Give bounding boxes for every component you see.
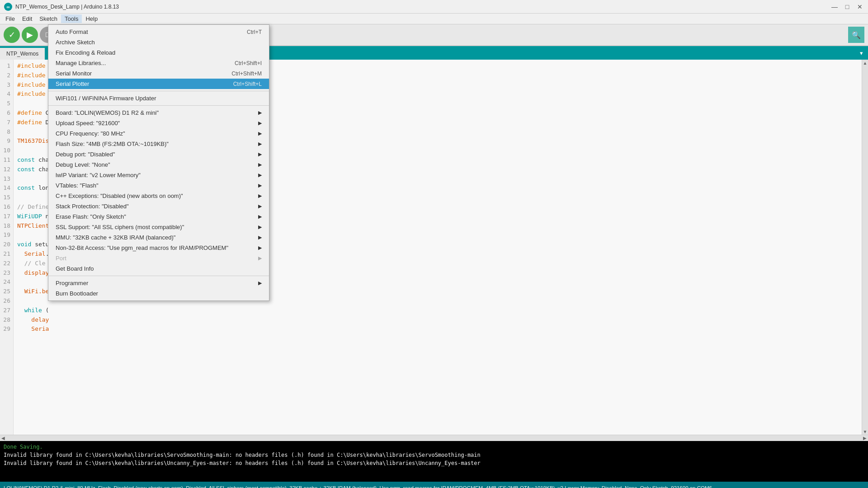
scroll-up-arrow[interactable]: ▲: [862, 60, 868, 66]
stack-protection-label: Stack Protection: "Disabled": [56, 203, 129, 210]
menu-programmer[interactable]: Programmer ▶: [48, 278, 269, 288]
tools-dropdown-menu: Auto Format Ctrl+T Archive Sketch Fix En…: [48, 24, 269, 301]
wifi-updater-label: WiFi101 / WiFiNINA Firmware Updater: [56, 95, 156, 102]
line-num: 17: [2, 212, 10, 221]
menu-flash-size[interactable]: Flash Size: "4MB (FS:2MB OTA:~1019KB)" ▶: [48, 139, 269, 149]
menu-burn-bootloader[interactable]: Burn Bootloader: [48, 288, 269, 299]
manage-libraries-label: Manage Libraries...: [56, 60, 106, 66]
line-num: 6: [2, 108, 10, 118]
line-num: 29: [2, 324, 10, 334]
menu-manage-libraries[interactable]: Manage Libraries... Ctrl+Shift+I: [48, 58, 269, 68]
search-button[interactable]: 🔍: [848, 27, 864, 43]
h-scroll-track[interactable]: [6, 435, 862, 441]
arrow-icon: ▶: [255, 151, 262, 157]
menu-debug-port[interactable]: Debug port: "Disabled" ▶: [48, 149, 269, 160]
arrow-icon: ▶: [255, 193, 262, 199]
menu-get-board-info[interactable]: Get Board Info: [48, 263, 269, 274]
line-num: 25: [2, 287, 10, 296]
line-num: 8: [2, 127, 10, 137]
separator-2: [48, 105, 269, 106]
tab-label: NTP_Wemos: [6, 51, 38, 57]
menu-vtables[interactable]: VTables: "Flash" ▶: [48, 180, 269, 191]
arrow-icon: ▶: [255, 245, 262, 251]
menu-edit[interactable]: Edit: [19, 14, 36, 23]
minimize-button[interactable]: —: [830, 2, 839, 11]
line-num: 11: [2, 155, 10, 165]
arrow-icon: ▶: [255, 224, 262, 230]
menu-lwip-variant[interactable]: lwIP Variant: "v2 Lower Memory" ▶: [48, 170, 269, 180]
tab-dropdown[interactable]: ▾: [854, 46, 868, 60]
board-label: Board: "LOLIN(WEMOS) D1 R2 & mini": [56, 109, 159, 116]
scroll-right-arrow[interactable]: ▶: [862, 435, 868, 441]
menu-serial-plotter[interactable]: Serial Plotter Ctrl+Shift+L: [48, 79, 269, 89]
line-num: 27: [2, 306, 10, 315]
menu-upload-speed[interactable]: Upload Speed: "921600" ▶: [48, 118, 269, 128]
line-num: 20: [2, 240, 10, 249]
line-num: 26: [2, 296, 10, 306]
app-icon: ∞: [4, 2, 13, 11]
menu-tools[interactable]: Tools: [61, 14, 82, 23]
erase-flash-label: Erase Flash: "Only Sketch": [56, 213, 126, 220]
lwip-variant-label: lwIP Variant: "v2 Lower Memory": [56, 172, 141, 178]
arrow-icon: ▶: [255, 255, 262, 261]
vtables-label: VTables: "Flash": [56, 182, 99, 189]
scroll-track[interactable]: [862, 66, 868, 428]
menu-board[interactable]: Board: "LOLIN(WEMOS) D1 R2 & mini" ▶: [48, 108, 269, 118]
menu-non32-bit[interactable]: Non-32-Bit Access: "Use pgm_read macros …: [48, 243, 269, 253]
arrow-icon: ▶: [255, 235, 262, 240]
menu-ssl-support[interactable]: SSL Support: "All SSL ciphers (most comp…: [48, 222, 269, 232]
horizontal-scrollbar[interactable]: ◀ ▶: [0, 435, 868, 441]
menu-file[interactable]: File: [2, 14, 19, 23]
auto-format-shortcut: Ctrl+T: [229, 29, 262, 35]
non32-bit-label: Non-32-Bit Access: "Use pgm_read macros …: [56, 244, 228, 251]
menu-erase-flash[interactable]: Erase Flash: "Only Sketch" ▶: [48, 211, 269, 222]
menu-cpp-exceptions[interactable]: C++ Exceptions: "Disabled (new aborts on…: [48, 191, 269, 201]
chevron-down-icon: ▾: [860, 50, 863, 56]
mmu-label: MMU: "32KB cache + 32KB IRAM (balanced)": [56, 234, 175, 241]
get-board-info-label: Get Board Info: [56, 265, 94, 272]
archive-sketch-label: Archive Sketch: [56, 39, 95, 46]
vertical-scrollbar[interactable]: ▲ ▼: [862, 60, 868, 435]
code-line-27: while (: [17, 306, 858, 315]
cpp-exceptions-label: C++ Exceptions: "Disabled (new aborts on…: [56, 192, 183, 199]
status-text: LOLIN(WEMOS) D1 R2 & mini, 80 MHz, Flash…: [4, 485, 864, 488]
line-num: 23: [2, 268, 10, 278]
menu-debug-level[interactable]: Debug Level: "None" ▶: [48, 160, 269, 170]
menu-wifi-updater[interactable]: WiFi101 / WiFiNINA Firmware Updater: [48, 93, 269, 103]
verify-button[interactable]: ✓: [4, 27, 20, 43]
close-button[interactable]: ✕: [855, 2, 864, 11]
line-num: 7: [2, 118, 10, 127]
menu-help[interactable]: Help: [82, 14, 101, 23]
maximize-button[interactable]: □: [843, 2, 852, 11]
programmer-label: Programmer: [56, 280, 88, 286]
menu-mmu[interactable]: MMU: "32KB cache + 32KB IRAM (balanced)"…: [48, 232, 269, 243]
serial-plotter-label: Serial Plotter: [56, 80, 89, 87]
upload-button[interactable]: ▶: [22, 27, 38, 43]
separator-3: [48, 276, 269, 276]
fix-encoding-label: Fix Encoding & Reload: [56, 49, 115, 56]
menu-auto-format[interactable]: Auto Format Ctrl+T: [48, 27, 269, 37]
menu-serial-monitor[interactable]: Serial Monitor Ctrl+Shift+M: [48, 68, 269, 79]
menu-cpu-frequency[interactable]: CPU Frequency: "80 MHz" ▶: [48, 128, 269, 139]
menu-stack-protection[interactable]: Stack Protection: "Disabled" ▶: [48, 201, 269, 211]
status-bar: LOLIN(WEMOS) D1 R2 & mini, 80 MHz, Flash…: [0, 482, 868, 488]
menu-archive-sketch[interactable]: Archive Sketch: [48, 37, 269, 47]
tab-ntp-wemos[interactable]: NTP_Wemos: [0, 48, 45, 60]
menu-sketch[interactable]: Sketch: [36, 14, 61, 23]
upload-speed-label: Upload Speed: "921600": [56, 120, 120, 127]
flash-size-label: Flash Size: "4MB (FS:2MB OTA:~1019KB)": [56, 141, 169, 147]
cpu-frequency-label: CPU Frequency: "80 MHz": [56, 130, 125, 137]
line-num: 16: [2, 202, 10, 212]
scroll-down-arrow[interactable]: ▼: [862, 428, 868, 435]
line-num: 9: [2, 136, 10, 146]
line-num: 14: [2, 183, 10, 193]
code-line-29: Seria: [17, 324, 858, 334]
line-num: 15: [2, 193, 10, 202]
output-line-2: Invalid library found in C:\Users\kevha\…: [4, 459, 864, 467]
search-icon: 🔍: [852, 31, 861, 39]
output-line-1: Invalid library found in C:\Users\kevha\…: [4, 451, 864, 459]
menu-fix-encoding[interactable]: Fix Encoding & Reload: [48, 47, 269, 58]
scroll-left-arrow[interactable]: ◀: [0, 435, 6, 441]
auto-format-label: Auto Format: [56, 28, 88, 35]
debug-level-label: Debug Level: "None": [56, 161, 110, 168]
